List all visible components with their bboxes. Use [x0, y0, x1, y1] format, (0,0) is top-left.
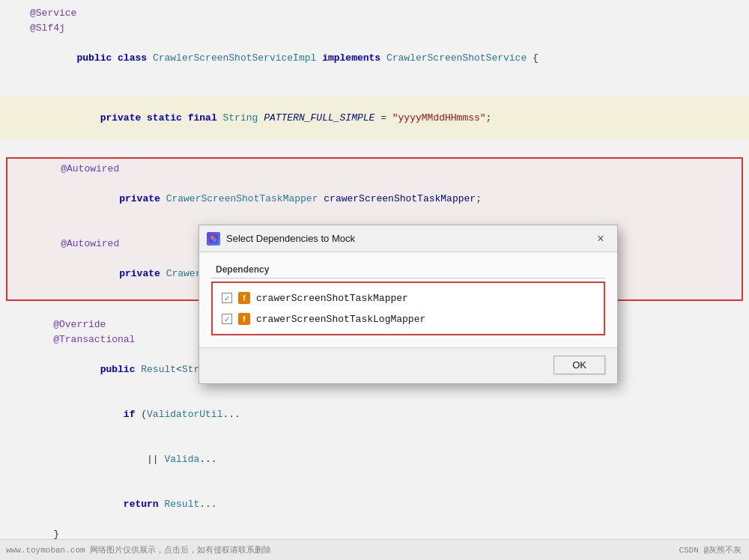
- f-badge-2: f: [238, 313, 250, 325]
- dependency-name-1: crawerScreenShotTaskMapper: [256, 293, 408, 304]
- dialog-icon: [207, 232, 220, 246]
- dependency-item-1[interactable]: ✓ f crawerScreenShotTaskMapper: [216, 287, 601, 308]
- dependency-item-2[interactable]: ✓ f crawerScreenShotTaskLogMapper: [216, 308, 601, 329]
- dependency-list: ✓ f crawerScreenShotTaskMapper ✓ f crawe…: [211, 281, 605, 335]
- f-badge-1: f: [238, 292, 250, 304]
- svg-rect-2: [213, 238, 216, 242]
- ok-button[interactable]: OK: [554, 356, 605, 374]
- checkbox-1[interactable]: ✓: [222, 293, 232, 303]
- select-dependencies-dialog: Select Dependencies to Mock × Dependency…: [198, 225, 618, 384]
- dependency-name-2: crawerScreenShotTaskLogMapper: [256, 314, 425, 325]
- dialog-body: Dependency ✓ f crawerScreenShotTaskMappe…: [199, 252, 617, 347]
- dialog-footer: OK: [199, 347, 617, 383]
- checkbox-2[interactable]: ✓: [222, 314, 232, 324]
- modal-overlay: Select Dependencies to Mock × Dependency…: [0, 0, 749, 560]
- dialog-titlebar: Select Dependencies to Mock ×: [199, 225, 617, 252]
- dialog-title: Select Dependencies to Mock: [226, 233, 592, 244]
- column-header: Dependency: [211, 261, 605, 279]
- dialog-close-button[interactable]: ×: [592, 230, 610, 248]
